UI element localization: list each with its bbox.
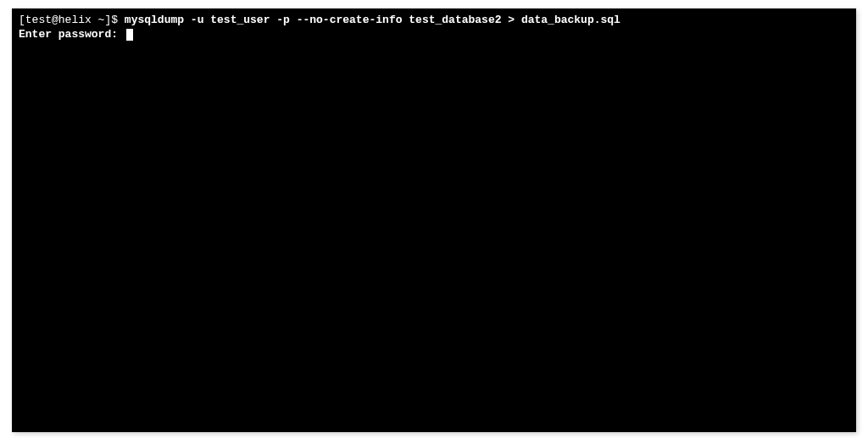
cursor-icon	[126, 29, 133, 41]
password-prompt-label: Enter password:	[19, 28, 125, 42]
shell-prompt: [test@helix ~]$	[19, 14, 125, 26]
password-prompt-line[interactable]: Enter password:	[19, 28, 849, 42]
terminal-window[interactable]: [test@helix ~]$ mysqldump -u test_user -…	[12, 8, 856, 432]
entered-command: mysqldump -u test_user -p --no-create-in…	[125, 14, 620, 26]
command-line: [test@helix ~]$ mysqldump -u test_user -…	[19, 14, 849, 28]
